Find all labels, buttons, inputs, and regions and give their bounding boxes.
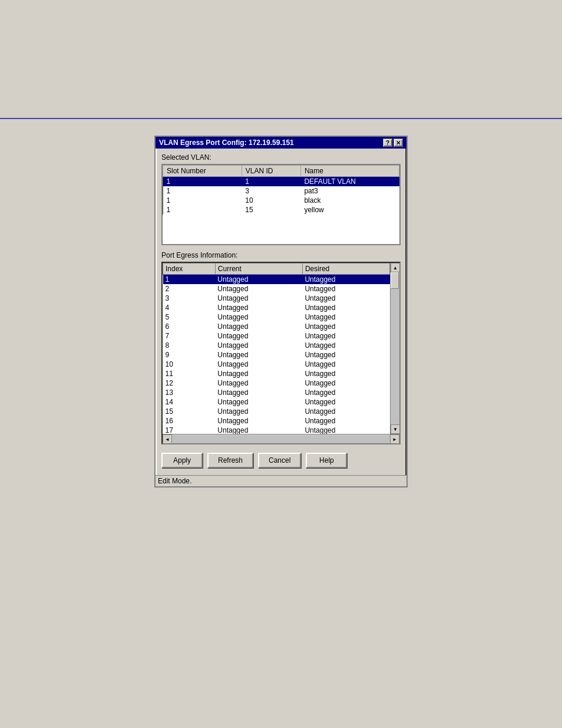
port-cell-desired: Untagged — [302, 350, 389, 360]
cancel-button[interactable]: Cancel — [258, 453, 301, 468]
port-cell-desired: Untagged — [302, 388, 389, 397]
port-cell-current: Untagged — [215, 294, 302, 303]
help-button[interactable]: Help — [306, 453, 347, 468]
vlan-table-row[interactable]: 11DEFAULT VLAN — [163, 177, 399, 187]
port-cell-current: Untagged — [215, 369, 302, 378]
horizontal-scrollbar[interactable]: ◄ ► — [163, 434, 399, 443]
port-cell-index: 17 — [163, 426, 216, 434]
port-cell-current: Untagged — [215, 341, 302, 350]
port-cell-index: 2 — [163, 284, 216, 294]
port-cell-current: Untagged — [215, 388, 302, 397]
vlan-cell-slot: 1 — [163, 205, 242, 215]
port-cell-desired: Untagged — [302, 275, 389, 285]
port-cell-current: Untagged — [215, 303, 302, 312]
port-cell-index: 13 — [163, 388, 216, 397]
top-line — [0, 118, 562, 119]
port-table-row[interactable]: 5UntaggedUntagged — [163, 312, 390, 322]
port-cell-current: Untagged — [215, 360, 302, 369]
scroll-up-btn[interactable]: ▲ — [391, 263, 399, 272]
port-cell-desired: Untagged — [302, 360, 389, 369]
port-cell-desired: Untagged — [302, 369, 389, 378]
vlan-cell-name: yellow — [300, 205, 399, 215]
scroll-thumb[interactable] — [391, 272, 399, 289]
port-table-container: Index Current Desired 1UntaggedUntagged2… — [161, 262, 401, 444]
close-title-button[interactable]: ✕ — [394, 139, 403, 147]
apply-button[interactable]: Apply — [161, 453, 203, 468]
port-table-row[interactable]: 13UntaggedUntagged — [163, 388, 390, 397]
port-cell-index: 5 — [163, 312, 216, 322]
vlan-cell-slot: 1 — [163, 177, 242, 187]
port-cell-index: 12 — [163, 378, 216, 388]
refresh-button[interactable]: Refresh — [207, 453, 253, 468]
port-table-row[interactable]: 15UntaggedUntagged — [163, 407, 390, 416]
port-cell-desired: Untagged — [302, 312, 389, 322]
port-cell-desired: Untagged — [302, 378, 389, 388]
port-cell-desired: Untagged — [302, 341, 389, 350]
port-egress-section: Port Egress Information: Index Current — [161, 251, 401, 444]
port-cell-index: 11 — [163, 369, 216, 378]
port-cell-index: 15 — [163, 407, 216, 416]
status-bar: Edit Mode. — [156, 475, 406, 486]
vlan-cell-vlanId: 15 — [242, 205, 300, 215]
port-col-index: Index — [163, 263, 216, 275]
port-cell-current: Untagged — [215, 416, 302, 426]
vlan-col-slot: Slot Number — [163, 166, 242, 177]
port-table-row[interactable]: 3UntaggedUntagged — [163, 294, 390, 303]
port-cell-desired: Untagged — [302, 284, 389, 294]
h-scroll-track[interactable] — [172, 435, 390, 443]
scroll-right-btn[interactable]: ► — [390, 434, 399, 444]
vlan-cell-slot: 1 — [163, 186, 242, 196]
port-table-row[interactable]: 12UntaggedUntagged — [163, 378, 390, 388]
vlan-col-id: VLAN ID — [242, 166, 300, 177]
port-table-row[interactable]: 6UntaggedUntagged — [163, 322, 390, 331]
vertical-scrollbar[interactable]: ▲ ▼ — [390, 263, 399, 434]
vlan-table-row[interactable]: 13pat3 — [163, 186, 399, 196]
vlan-cell-vlanId: 10 — [242, 196, 300, 205]
vlan-table-row[interactable]: 110black — [163, 196, 399, 205]
title-bar-buttons: ? ✕ — [383, 139, 403, 147]
port-cell-current: Untagged — [215, 284, 302, 294]
vlan-empty-space — [163, 215, 399, 244]
port-table-row[interactable]: 9UntaggedUntagged — [163, 350, 390, 360]
port-col-current: Current — [215, 263, 302, 275]
scroll-track[interactable] — [391, 272, 399, 424]
vlan-table-header-row: Slot Number VLAN ID Name — [163, 166, 399, 177]
port-cell-index: 3 — [163, 294, 216, 303]
scroll-down-btn[interactable]: ▼ — [391, 424, 399, 434]
scroll-left-btn[interactable]: ◄ — [163, 434, 172, 444]
port-table-row[interactable]: 16UntaggedUntagged — [163, 416, 390, 426]
vlan-table-row[interactable]: 115yellow — [163, 205, 399, 215]
port-table-row[interactable]: 1UntaggedUntagged — [163, 275, 390, 285]
port-cell-index: 9 — [163, 350, 216, 360]
port-table-row[interactable]: 17UntaggedUntagged — [163, 426, 390, 434]
port-table-row[interactable]: 11UntaggedUntagged — [163, 369, 390, 378]
port-cell-current: Untagged — [215, 397, 302, 407]
port-cell-current: Untagged — [215, 322, 302, 331]
port-cell-current: Untagged — [215, 426, 302, 434]
title-bar: VLAN Egress Port Config: 172.19.59.151 ?… — [156, 137, 406, 149]
port-table-row[interactable]: 14UntaggedUntagged — [163, 397, 390, 407]
port-cell-desired: Untagged — [302, 303, 389, 312]
port-col-desired: Desired — [302, 263, 389, 275]
port-table-row[interactable]: 7UntaggedUntagged — [163, 331, 390, 341]
port-cell-current: Untagged — [215, 350, 302, 360]
port-table-row[interactable]: 4UntaggedUntagged — [163, 303, 390, 312]
port-table-scroll[interactable]: Index Current Desired 1UntaggedUntagged2… — [163, 263, 390, 434]
vlan-cell-vlanId: 1 — [242, 177, 300, 187]
dialog: VLAN Egress Port Config: 172.19.59.151 ?… — [154, 136, 408, 487]
port-cell-index: 4 — [163, 303, 216, 312]
port-cell-index: 16 — [163, 416, 216, 426]
help-title-button[interactable]: ? — [383, 139, 392, 147]
vlan-cell-name: pat3 — [300, 186, 399, 196]
vlan-cell-name: black — [300, 196, 399, 205]
port-cell-current: Untagged — [215, 378, 302, 388]
vlan-cell-slot: 1 — [163, 196, 242, 205]
port-table-row[interactable]: 2UntaggedUntagged — [163, 284, 390, 294]
vlan-col-name: Name — [300, 166, 399, 177]
port-cell-desired: Untagged — [302, 416, 389, 426]
port-cell-desired: Untagged — [302, 331, 389, 341]
port-table-row[interactable]: 10UntaggedUntagged — [163, 360, 390, 369]
port-cell-index: 6 — [163, 322, 216, 331]
port-cell-index: 7 — [163, 331, 216, 341]
port-table-row[interactable]: 8UntaggedUntagged — [163, 341, 390, 350]
